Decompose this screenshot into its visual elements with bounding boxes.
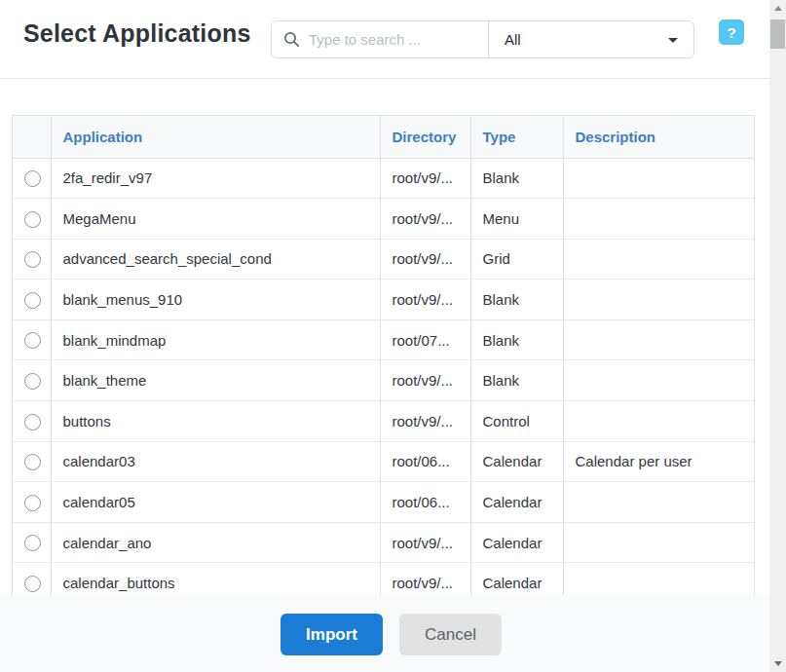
scroll-up-icon [774, 6, 782, 11]
help-button[interactable]: ? [719, 19, 744, 45]
column-header-directory: Directory [380, 116, 470, 158]
cell-application: blank_menus_910 [51, 280, 380, 320]
dialog-footer: Import Cancel [0, 595, 769, 672]
row-radio-button[interactable] [24, 373, 41, 390]
cell-type: Blank [470, 280, 563, 320]
table-header-row: Application Directory Type Description [13, 116, 755, 158]
row-radio-button[interactable] [24, 576, 41, 592]
cell-type: Calendar [470, 482, 563, 523]
table-row[interactable]: calendar03 root/06... Calendar Calendar … [13, 441, 755, 482]
column-header-select [13, 116, 51, 158]
cell-directory: root/v9/... [380, 401, 470, 442]
cell-directory: root/06... [380, 482, 470, 523]
cell-application: calendar_buttons [51, 563, 380, 595]
chevron-down-icon [668, 38, 678, 43]
scroll-down-button[interactable] [769, 655, 786, 672]
search-icon [283, 31, 300, 48]
cell-description [563, 239, 755, 280]
cell-description: Calendar per user [563, 441, 755, 482]
cell-description [563, 401, 755, 442]
row-radio-button[interactable] [24, 251, 41, 268]
cell-description [563, 199, 755, 240]
table-row[interactable]: 2fa_redir_v97 root/v9/... Blank [13, 158, 755, 199]
cell-directory: root/07... [380, 319, 470, 360]
search-filter-group: All [271, 20, 694, 58]
applications-table-container: Application Directory Type Description 2… [12, 115, 755, 595]
scrollbar-thumb[interactable] [770, 19, 785, 49]
vertical-scrollbar[interactable] [769, 0, 786, 672]
table-row[interactable]: calendar05 root/06... Calendar [13, 482, 755, 523]
row-radio-button[interactable] [24, 292, 41, 309]
cell-description [563, 563, 755, 595]
cell-type: Menu [470, 199, 563, 240]
cell-application: advanced_search_special_cond [51, 239, 380, 280]
cell-application: calendar05 [51, 482, 380, 523]
select-applications-dialog: Select Applications All ? [0, 0, 786, 672]
type-filter-value: All [505, 31, 521, 48]
cell-type: Blank [470, 360, 563, 401]
dialog-header: Select Applications All ? [0, 0, 769, 79]
cell-description [563, 319, 755, 360]
cell-application: blank_mindmap [51, 319, 380, 360]
table-row[interactable]: blank_menus_910 root/v9/... Blank [13, 280, 755, 320]
row-radio-button[interactable] [24, 414, 41, 430]
page-title: Select Applications [23, 19, 251, 48]
cell-directory: root/v9/... [380, 360, 470, 401]
import-button[interactable]: Import [281, 614, 383, 655]
table-row[interactable]: MegaMenu root/v9/... Menu [13, 199, 755, 240]
cell-type: Blank [470, 319, 563, 360]
cell-directory: root/v9/... [380, 199, 470, 240]
scroll-down-icon [774, 661, 782, 666]
cell-application: calendar_ano [51, 522, 380, 563]
cell-directory: root/v9/... [380, 522, 470, 563]
search-box[interactable] [272, 21, 489, 57]
cell-description [563, 482, 755, 523]
cell-description [563, 522, 755, 563]
row-radio-button[interactable] [24, 495, 41, 511]
cell-directory: root/v9/... [380, 239, 470, 280]
row-radio-button[interactable] [24, 211, 41, 228]
table-row[interactable]: buttons root/v9/... Control [13, 401, 755, 442]
column-header-description: Description [563, 116, 755, 158]
cancel-button[interactable]: Cancel [399, 614, 502, 655]
cell-directory: root/06... [380, 441, 470, 482]
table-row[interactable]: calendar_ano root/v9/... Calendar [13, 522, 755, 563]
cell-type: Calendar [470, 522, 563, 563]
row-radio-button[interactable] [24, 170, 41, 187]
cell-application: MegaMenu [51, 199, 380, 240]
cell-type: Control [470, 401, 563, 442]
row-radio-button[interactable] [24, 535, 41, 551]
cell-description [563, 280, 755, 320]
cell-description [563, 158, 755, 199]
cell-type: Blank [470, 158, 563, 199]
cell-type: Grid [470, 239, 563, 280]
table-row[interactable]: blank_mindmap root/07... Blank [13, 319, 755, 360]
scroll-up-button[interactable] [769, 0, 786, 17]
table-row[interactable]: calendar_buttons root/v9/... Calendar [13, 563, 755, 595]
cell-application: blank_theme [51, 360, 380, 401]
row-radio-button[interactable] [24, 454, 41, 470]
cell-application: buttons [51, 401, 380, 442]
table-row[interactable]: blank_theme root/v9/... Blank [13, 360, 755, 401]
column-header-application: Application [51, 116, 380, 158]
search-input[interactable] [309, 31, 478, 48]
applications-table: Application Directory Type Description 2… [13, 116, 755, 595]
cell-directory: root/v9/... [380, 158, 470, 199]
column-header-type: Type [470, 116, 563, 158]
cell-application: 2fa_redir_v97 [51, 158, 380, 199]
cell-type: Calendar [470, 563, 563, 595]
cell-description [563, 360, 755, 401]
type-filter-dropdown[interactable]: All [489, 21, 693, 57]
row-radio-button[interactable] [24, 332, 41, 349]
table-row[interactable]: advanced_search_special_cond root/v9/...… [13, 239, 755, 280]
cell-application: calendar03 [51, 441, 380, 482]
cell-type: Calendar [470, 441, 563, 482]
cell-directory: root/v9/... [380, 563, 470, 595]
cell-directory: root/v9/... [380, 280, 470, 320]
